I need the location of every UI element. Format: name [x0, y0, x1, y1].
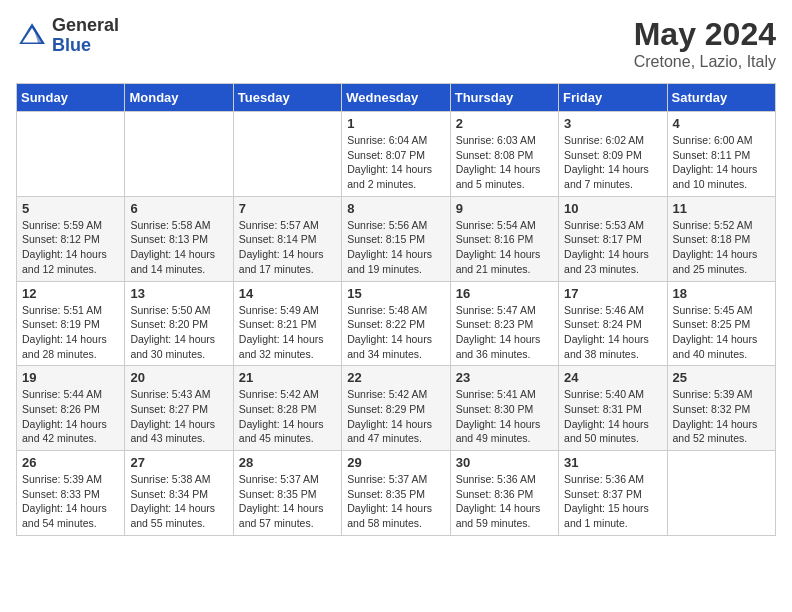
day-header-wednesday: Wednesday — [342, 84, 450, 112]
day-number: 21 — [239, 370, 336, 385]
cell-content: Sunrise: 5:43 AM Sunset: 8:27 PM Dayligh… — [130, 387, 227, 446]
calendar-week-3: 12Sunrise: 5:51 AM Sunset: 8:19 PM Dayli… — [17, 281, 776, 366]
calendar-cell: 8Sunrise: 5:56 AM Sunset: 8:15 PM Daylig… — [342, 196, 450, 281]
calendar-cell: 10Sunrise: 5:53 AM Sunset: 8:17 PM Dayli… — [559, 196, 667, 281]
calendar-cell: 3Sunrise: 6:02 AM Sunset: 8:09 PM Daylig… — [559, 112, 667, 197]
day-number: 16 — [456, 286, 553, 301]
cell-content: Sunrise: 5:46 AM Sunset: 8:24 PM Dayligh… — [564, 303, 661, 362]
calendar-cell: 17Sunrise: 5:46 AM Sunset: 8:24 PM Dayli… — [559, 281, 667, 366]
calendar-cell — [17, 112, 125, 197]
calendar-cell: 21Sunrise: 5:42 AM Sunset: 8:28 PM Dayli… — [233, 366, 341, 451]
day-number: 7 — [239, 201, 336, 216]
calendar-week-2: 5Sunrise: 5:59 AM Sunset: 8:12 PM Daylig… — [17, 196, 776, 281]
cell-content: Sunrise: 5:48 AM Sunset: 8:22 PM Dayligh… — [347, 303, 444, 362]
calendar-week-1: 1Sunrise: 6:04 AM Sunset: 8:07 PM Daylig… — [17, 112, 776, 197]
day-number: 13 — [130, 286, 227, 301]
calendar-cell: 26Sunrise: 5:39 AM Sunset: 8:33 PM Dayli… — [17, 451, 125, 536]
calendar-cell: 20Sunrise: 5:43 AM Sunset: 8:27 PM Dayli… — [125, 366, 233, 451]
calendar-cell: 1Sunrise: 6:04 AM Sunset: 8:07 PM Daylig… — [342, 112, 450, 197]
cell-content: Sunrise: 5:54 AM Sunset: 8:16 PM Dayligh… — [456, 218, 553, 277]
cell-content: Sunrise: 6:02 AM Sunset: 8:09 PM Dayligh… — [564, 133, 661, 192]
calendar-cell: 19Sunrise: 5:44 AM Sunset: 8:26 PM Dayli… — [17, 366, 125, 451]
cell-content: Sunrise: 5:47 AM Sunset: 8:23 PM Dayligh… — [456, 303, 553, 362]
cell-content: Sunrise: 5:51 AM Sunset: 8:19 PM Dayligh… — [22, 303, 119, 362]
calendar-week-4: 19Sunrise: 5:44 AM Sunset: 8:26 PM Dayli… — [17, 366, 776, 451]
day-number: 30 — [456, 455, 553, 470]
cell-content: Sunrise: 5:36 AM Sunset: 8:37 PM Dayligh… — [564, 472, 661, 531]
calendar-cell: 31Sunrise: 5:36 AM Sunset: 8:37 PM Dayli… — [559, 451, 667, 536]
days-header-row: SundayMondayTuesdayWednesdayThursdayFrid… — [17, 84, 776, 112]
logo-general-text: General — [52, 16, 119, 36]
cell-content: Sunrise: 5:57 AM Sunset: 8:14 PM Dayligh… — [239, 218, 336, 277]
cell-content: Sunrise: 5:56 AM Sunset: 8:15 PM Dayligh… — [347, 218, 444, 277]
calendar-cell: 18Sunrise: 5:45 AM Sunset: 8:25 PM Dayli… — [667, 281, 775, 366]
cell-content: Sunrise: 5:52 AM Sunset: 8:18 PM Dayligh… — [673, 218, 770, 277]
day-header-saturday: Saturday — [667, 84, 775, 112]
month-title: May 2024 — [634, 16, 776, 53]
calendar-cell: 30Sunrise: 5:36 AM Sunset: 8:36 PM Dayli… — [450, 451, 558, 536]
cell-content: Sunrise: 5:40 AM Sunset: 8:31 PM Dayligh… — [564, 387, 661, 446]
cell-content: Sunrise: 5:53 AM Sunset: 8:17 PM Dayligh… — [564, 218, 661, 277]
calendar-cell: 4Sunrise: 6:00 AM Sunset: 8:11 PM Daylig… — [667, 112, 775, 197]
day-header-friday: Friday — [559, 84, 667, 112]
day-number: 2 — [456, 116, 553, 131]
day-header-monday: Monday — [125, 84, 233, 112]
logo-text: General Blue — [52, 16, 119, 56]
cell-content: Sunrise: 5:41 AM Sunset: 8:30 PM Dayligh… — [456, 387, 553, 446]
day-number: 28 — [239, 455, 336, 470]
calendar-cell: 14Sunrise: 5:49 AM Sunset: 8:21 PM Dayli… — [233, 281, 341, 366]
day-number: 1 — [347, 116, 444, 131]
day-number: 25 — [673, 370, 770, 385]
day-number: 14 — [239, 286, 336, 301]
cell-content: Sunrise: 5:58 AM Sunset: 8:13 PM Dayligh… — [130, 218, 227, 277]
calendar-cell: 11Sunrise: 5:52 AM Sunset: 8:18 PM Dayli… — [667, 196, 775, 281]
day-number: 24 — [564, 370, 661, 385]
cell-content: Sunrise: 5:36 AM Sunset: 8:36 PM Dayligh… — [456, 472, 553, 531]
day-header-sunday: Sunday — [17, 84, 125, 112]
calendar-cell: 15Sunrise: 5:48 AM Sunset: 8:22 PM Dayli… — [342, 281, 450, 366]
calendar-cell: 24Sunrise: 5:40 AM Sunset: 8:31 PM Dayli… — [559, 366, 667, 451]
calendar-cell: 6Sunrise: 5:58 AM Sunset: 8:13 PM Daylig… — [125, 196, 233, 281]
cell-content: Sunrise: 6:04 AM Sunset: 8:07 PM Dayligh… — [347, 133, 444, 192]
calendar-cell: 13Sunrise: 5:50 AM Sunset: 8:20 PM Dayli… — [125, 281, 233, 366]
calendar-cell: 25Sunrise: 5:39 AM Sunset: 8:32 PM Dayli… — [667, 366, 775, 451]
cell-content: Sunrise: 5:37 AM Sunset: 8:35 PM Dayligh… — [347, 472, 444, 531]
day-number: 23 — [456, 370, 553, 385]
calendar-cell: 22Sunrise: 5:42 AM Sunset: 8:29 PM Dayli… — [342, 366, 450, 451]
day-number: 12 — [22, 286, 119, 301]
day-number: 17 — [564, 286, 661, 301]
day-number: 15 — [347, 286, 444, 301]
cell-content: Sunrise: 5:49 AM Sunset: 8:21 PM Dayligh… — [239, 303, 336, 362]
location: Cretone, Lazio, Italy — [634, 53, 776, 71]
cell-content: Sunrise: 6:00 AM Sunset: 8:11 PM Dayligh… — [673, 133, 770, 192]
cell-content: Sunrise: 5:38 AM Sunset: 8:34 PM Dayligh… — [130, 472, 227, 531]
day-number: 31 — [564, 455, 661, 470]
day-number: 10 — [564, 201, 661, 216]
day-number: 18 — [673, 286, 770, 301]
title-area: May 2024 Cretone, Lazio, Italy — [634, 16, 776, 71]
calendar-cell: 12Sunrise: 5:51 AM Sunset: 8:19 PM Dayli… — [17, 281, 125, 366]
cell-content: Sunrise: 6:03 AM Sunset: 8:08 PM Dayligh… — [456, 133, 553, 192]
day-number: 8 — [347, 201, 444, 216]
cell-content: Sunrise: 5:45 AM Sunset: 8:25 PM Dayligh… — [673, 303, 770, 362]
calendar-cell: 27Sunrise: 5:38 AM Sunset: 8:34 PM Dayli… — [125, 451, 233, 536]
day-number: 4 — [673, 116, 770, 131]
calendar-cell: 23Sunrise: 5:41 AM Sunset: 8:30 PM Dayli… — [450, 366, 558, 451]
cell-content: Sunrise: 5:44 AM Sunset: 8:26 PM Dayligh… — [22, 387, 119, 446]
cell-content: Sunrise: 5:37 AM Sunset: 8:35 PM Dayligh… — [239, 472, 336, 531]
cell-content: Sunrise: 5:39 AM Sunset: 8:32 PM Dayligh… — [673, 387, 770, 446]
cell-content: Sunrise: 5:50 AM Sunset: 8:20 PM Dayligh… — [130, 303, 227, 362]
calendar-week-5: 26Sunrise: 5:39 AM Sunset: 8:33 PM Dayli… — [17, 451, 776, 536]
calendar-cell: 28Sunrise: 5:37 AM Sunset: 8:35 PM Dayli… — [233, 451, 341, 536]
day-number: 5 — [22, 201, 119, 216]
day-number: 19 — [22, 370, 119, 385]
day-header-tuesday: Tuesday — [233, 84, 341, 112]
day-number: 26 — [22, 455, 119, 470]
day-number: 22 — [347, 370, 444, 385]
cell-content: Sunrise: 5:39 AM Sunset: 8:33 PM Dayligh… — [22, 472, 119, 531]
day-number: 3 — [564, 116, 661, 131]
calendar-cell: 7Sunrise: 5:57 AM Sunset: 8:14 PM Daylig… — [233, 196, 341, 281]
day-header-thursday: Thursday — [450, 84, 558, 112]
page-header: General Blue May 2024 Cretone, Lazio, It… — [16, 16, 776, 71]
day-number: 6 — [130, 201, 227, 216]
